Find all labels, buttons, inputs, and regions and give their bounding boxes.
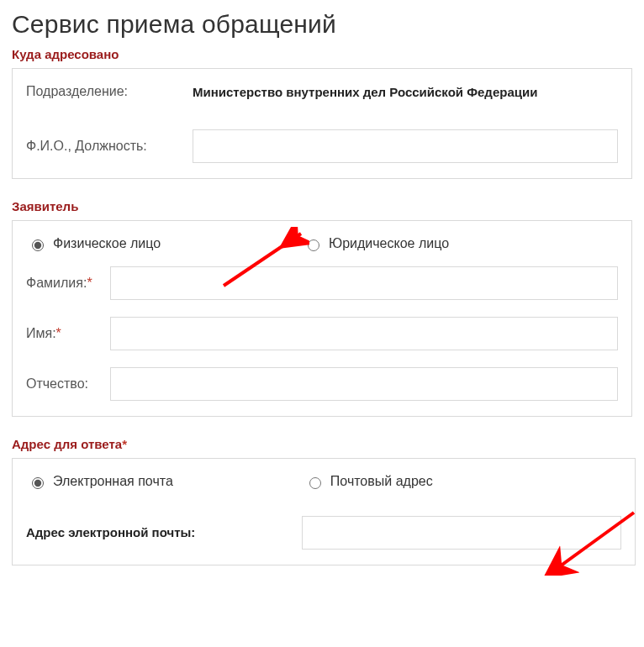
- radio-postal-label: Почтовый адрес: [330, 474, 433, 489]
- page-title: Сервис приема обращений: [12, 10, 632, 39]
- patronymic-input[interactable]: [110, 367, 618, 401]
- name-label: Имя:*: [26, 326, 103, 341]
- surname-input[interactable]: [110, 266, 618, 300]
- section-header-reply: Адрес для ответа*: [12, 437, 632, 451]
- fio-position-input[interactable]: [193, 129, 618, 163]
- radio-postal[interactable]: [309, 477, 321, 489]
- department-label: Подразделение:: [26, 84, 186, 99]
- addressed-block: Подразделение: Министерство внутренних д…: [12, 68, 632, 179]
- radio-email[interactable]: [32, 477, 44, 489]
- radio-individual-label: Физическое лицо: [53, 236, 161, 251]
- radio-email-label: Электронная почта: [53, 474, 173, 489]
- email-input[interactable]: [302, 516, 621, 550]
- patronymic-label: Отчество:: [26, 376, 103, 392]
- section-header-applicant: Заявитель: [12, 199, 632, 213]
- surname-label: Фамилия:*: [26, 276, 103, 291]
- section-header-addressed: Куда адресовано: [12, 47, 632, 61]
- name-input[interactable]: [110, 317, 618, 350]
- radio-individual[interactable]: [32, 239, 44, 251]
- radio-legal[interactable]: [308, 239, 319, 251]
- fio-position-label: Ф.И.О., Должность:: [26, 139, 186, 154]
- radio-legal-label: Юридическое лицо: [329, 236, 449, 251]
- email-label: Адрес электронной почты:: [26, 524, 295, 541]
- department-value: Министерство внутренних дел Российской Ф…: [193, 85, 618, 99]
- reply-block: Электронная почта Почтовый адрес Адрес э…: [12, 458, 636, 565]
- applicant-block: Физическое лицо Юридическое лицо Фамилия…: [12, 220, 632, 417]
